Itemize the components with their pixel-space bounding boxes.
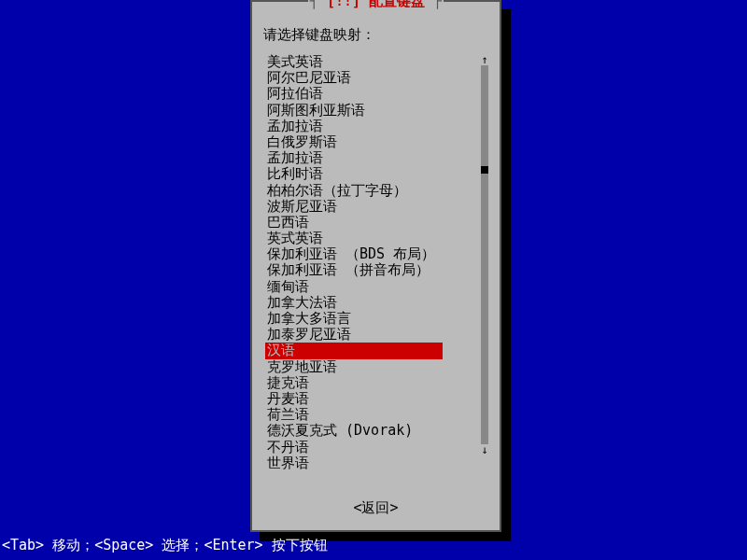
list-item[interactable]: 巴西语 — [265, 215, 489, 231]
scroll-thumb[interactable] — [481, 166, 488, 174]
list-item[interactable]: 加拿大法语 — [265, 295, 489, 311]
title-text: 配置键盘 — [360, 0, 425, 9]
back-button[interactable]: <返回> — [252, 499, 500, 517]
list-item[interactable]: 加泰罗尼亚语 — [265, 327, 489, 343]
list-item[interactable]: 世界语 — [265, 455, 489, 471]
keyboard-config-dialog: ┤ [!!] 配置键盘 ├ 请选择键盘映射： 美式英语阿尔巴尼亚语阿拉伯语阿斯图… — [250, 0, 501, 532]
list-item[interactable]: 柏柏尔语（拉丁字母） — [265, 183, 489, 199]
title-suffix: ├ — [425, 0, 442, 9]
list-item[interactable]: 保加利亚语 （拼音布局） — [265, 262, 489, 278]
list-item[interactable]: 波斯尼亚语 — [265, 199, 489, 215]
list-item[interactable]: 加拿大多语言 — [265, 311, 489, 327]
scroll-up-arrow[interactable]: ↑ — [481, 54, 488, 65]
list-item[interactable]: 白俄罗斯语 — [265, 134, 489, 150]
list-item[interactable]: 不丹语 — [265, 440, 489, 455]
scroll-track[interactable] — [481, 65, 488, 444]
list-item[interactable]: 孟加拉语 — [265, 119, 489, 134]
list-item[interactable]: 克罗地亚语 — [265, 359, 489, 375]
list-item[interactable]: 孟加拉语 — [265, 150, 489, 166]
list-item[interactable]: 丹麦语 — [265, 391, 489, 407]
title-bang: [!!] — [327, 0, 360, 9]
list-item[interactable]: 缅甸语 — [265, 279, 489, 295]
list-item[interactable]: 德沃夏克式 (Dvorak) — [265, 423, 489, 439]
scroll-down-arrow[interactable]: ↓ — [481, 444, 488, 455]
dialog-title-bar: ┤ [!!] 配置键盘 ├ — [252, 0, 500, 10]
list-item[interactable]: 阿尔巴尼亚语 — [265, 70, 489, 86]
list-item[interactable]: 阿拉伯语 — [265, 86, 489, 102]
list-item[interactable]: 捷克语 — [265, 375, 489, 391]
title-prefix: ┤ — [310, 0, 327, 9]
list-item[interactable]: 比利时语 — [265, 166, 489, 182]
keyboard-list[interactable]: 美式英语阿尔巴尼亚语阿拉伯语阿斯图利亚斯语孟加拉语白俄罗斯语孟加拉语比利时语柏柏… — [265, 54, 489, 471]
key-hints: <Tab> 移动；<Space> 选择；<Enter> 按下按钮 — [2, 537, 328, 554]
list-item[interactable]: 英式英语 — [265, 231, 489, 246]
list-item[interactable]: 保加利亚语 （BDS 布局） — [265, 246, 489, 262]
list-item[interactable]: 阿斯图利亚斯语 — [265, 103, 489, 119]
prompt-text: 请选择键盘映射： — [263, 26, 375, 44]
list-item[interactable]: 汉语 — [265, 343, 443, 358]
list-item[interactable]: 荷兰语 — [265, 407, 489, 423]
scrollbar[interactable]: ↑ ↓ — [481, 54, 488, 455]
list-item[interactable]: 美式英语 — [265, 54, 489, 70]
